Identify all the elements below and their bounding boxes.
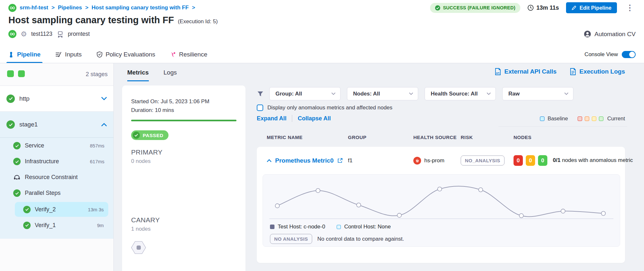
stage-row-http[interactable]: http bbox=[0, 86, 113, 112]
group-filter-dropdown[interactable]: Group: All bbox=[269, 87, 341, 100]
stage-summary-header: 2 stages bbox=[0, 63, 113, 86]
verification-duration: Duration: 10 mins bbox=[131, 106, 236, 115]
external-link-icon[interactable] bbox=[337, 158, 343, 163]
step-row-service[interactable]: Service 857ms bbox=[0, 138, 113, 154]
control-host-legend: Control Host: None bbox=[337, 224, 391, 230]
collapse-chevron-up-icon[interactable] bbox=[267, 159, 272, 162]
success-check-icon bbox=[435, 5, 440, 11]
tab-policy-evaluations-label: Policy Evaluations bbox=[106, 51, 155, 58]
metrics-table-header: METRIC NAME GROUP HEALTH SOURCE RISK NOD… bbox=[257, 135, 625, 140]
harness-cd-module-icon bbox=[8, 4, 16, 12]
success-check-icon bbox=[6, 120, 15, 129]
service-name[interactable]: test1123 bbox=[31, 31, 53, 37]
stage-success-square bbox=[7, 70, 14, 77]
tab-resilience[interactable]: Resilience bbox=[170, 46, 207, 63]
step-row-verify-2[interactable]: Verify_2 13m 3s bbox=[15, 202, 108, 217]
tab-inputs-label: Inputs bbox=[65, 51, 82, 58]
user-avatar-icon bbox=[584, 30, 591, 38]
current-risk-red-swatch bbox=[578, 116, 582, 121]
tab-policy-evaluations[interactable]: Policy Evaluations bbox=[97, 46, 155, 63]
nodes-filter-dropdown[interactable]: Nodes: All bbox=[347, 87, 418, 100]
test-host-label: Test Host: c-node-0 bbox=[278, 224, 325, 230]
status-badge-label: SUCCESS (FAILURE IGNORED) bbox=[443, 5, 515, 10]
execution-logs-link[interactable]: Execution Logs bbox=[570, 68, 625, 75]
step-service-label: Service bbox=[25, 142, 44, 149]
breadcrumb-project[interactable]: srm-hf-test bbox=[20, 5, 48, 11]
page-title: Host sampling canary testing with FF bbox=[8, 15, 174, 25]
tab-logs[interactable]: Logs bbox=[164, 69, 177, 81]
edit-pipeline-button[interactable]: Edit Pipeline bbox=[566, 2, 617, 13]
col-risk: RISK bbox=[461, 135, 514, 140]
chevron-down-icon bbox=[331, 92, 336, 95]
chevron-down-icon[interactable] bbox=[101, 97, 107, 100]
hexagon-node-dot bbox=[137, 246, 141, 250]
breadcrumb-separator: > bbox=[85, 5, 88, 11]
breadcrumb-separator: > bbox=[52, 5, 55, 11]
success-check-icon bbox=[13, 158, 21, 165]
chevron-up-icon[interactable] bbox=[101, 123, 107, 126]
tab-pipeline[interactable]: Pipeline bbox=[8, 46, 41, 63]
environment-name[interactable]: promtest bbox=[68, 31, 90, 37]
environment-icon bbox=[57, 31, 64, 38]
metric-table-row: Prometheus Metric0 f1 hs-prom NO_ANALYSI… bbox=[257, 147, 625, 174]
tab-inputs[interactable]: Inputs bbox=[55, 46, 82, 63]
stage-row-stage1[interactable]: stage1 bbox=[0, 112, 113, 137]
health-source-filter-dropdown[interactable]: Health Source: All bbox=[425, 87, 496, 100]
step-verify-1-label: Verify_1 bbox=[35, 222, 56, 229]
console-view-toggle[interactable] bbox=[622, 51, 636, 58]
resilience-chaos-icon bbox=[170, 52, 176, 58]
canary-node-hexagon[interactable] bbox=[131, 241, 146, 254]
step-parallel-steps-label: Parallel Steps bbox=[25, 190, 61, 196]
more-options-menu-icon[interactable]: ⋮ bbox=[624, 3, 636, 12]
step-row-parallel-steps[interactable]: Parallel Steps bbox=[0, 185, 113, 201]
chevron-down-icon bbox=[564, 92, 569, 95]
expand-all-link[interactable]: Expand All bbox=[257, 115, 286, 122]
data-type-dropdown[interactable]: Raw bbox=[502, 87, 573, 100]
breadcrumb-pipeline-name[interactable]: Host sampling canary testing with FF bbox=[91, 5, 188, 11]
anomalous-only-checkbox[interactable] bbox=[257, 105, 263, 111]
nodes-filter-value: Nodes: All bbox=[353, 91, 380, 97]
svg-text:API: API bbox=[496, 72, 499, 74]
prometheus-icon bbox=[413, 157, 421, 165]
step-verify-2-label: Verify_2 bbox=[35, 206, 56, 213]
step-row-infrastructure[interactable]: Infrastructure 617ms bbox=[0, 154, 113, 169]
anomalous-count-green: 0 bbox=[538, 155, 547, 166]
step-duration: 9m bbox=[97, 223, 104, 228]
col-nodes: NODES bbox=[514, 135, 625, 140]
verification-details-panel: Metrics Logs Started On: Jul 5, 2023 1:0… bbox=[114, 63, 247, 271]
tab-metrics[interactable]: Metrics bbox=[127, 69, 149, 81]
filter-funnel-icon[interactable] bbox=[257, 90, 264, 97]
success-check-icon bbox=[133, 132, 140, 139]
anomalous-nodes-label: nodes with anomalous metric bbox=[562, 157, 633, 163]
external-api-calls-link[interactable]: API External API Calls bbox=[495, 68, 557, 75]
step-row-verify-1[interactable]: Verify_1 9m bbox=[15, 218, 108, 233]
risk-status-badge: NO_ANALYSIS bbox=[461, 156, 505, 166]
step-infrastructure-label: Infrastructure bbox=[25, 158, 59, 165]
breadcrumb-pipelines[interactable]: Pipelines bbox=[58, 5, 82, 11]
inputs-icon bbox=[55, 52, 62, 57]
control-host-label: Control Host: None bbox=[344, 224, 391, 230]
metric-name-link[interactable]: Prometheus Metric0 bbox=[275, 157, 334, 164]
chart-color-legend: Baseline Current bbox=[540, 115, 625, 122]
harness-cd-module-icon bbox=[8, 30, 16, 38]
triggered-by: Automation CV bbox=[584, 30, 636, 38]
success-check-icon bbox=[6, 95, 15, 103]
anomalous-nodes-ratio: 0/1 bbox=[553, 157, 561, 163]
success-check-icon bbox=[23, 222, 31, 229]
metric-trend-chart: Test Host: c-node-0 Control Host: None N… bbox=[263, 174, 620, 247]
passed-label: PASSED bbox=[143, 133, 163, 138]
col-metric-name: METRIC NAME bbox=[267, 135, 348, 140]
log-document-icon bbox=[570, 68, 576, 75]
success-check-icon bbox=[13, 189, 21, 197]
execution-stage-sidebar: 2 stages http stage1 Service 857ms Infra… bbox=[0, 63, 114, 271]
verification-progress-bar bbox=[131, 120, 236, 121]
chevron-down-icon bbox=[409, 92, 413, 95]
collapse-all-link[interactable]: Collapse All bbox=[298, 115, 331, 122]
step-row-resource-constraint[interactable]: Resource Constraint bbox=[0, 169, 113, 185]
pipeline-tabbar: Pipeline Inputs Policy Evaluations Resil… bbox=[0, 46, 644, 63]
resource-constraint-icon bbox=[13, 174, 21, 180]
pencil-icon bbox=[572, 5, 577, 10]
stage-count: 2 stages bbox=[86, 71, 108, 78]
no-analysis-badge: NO ANALYSIS bbox=[270, 234, 312, 244]
stage-status-squares bbox=[7, 70, 25, 78]
